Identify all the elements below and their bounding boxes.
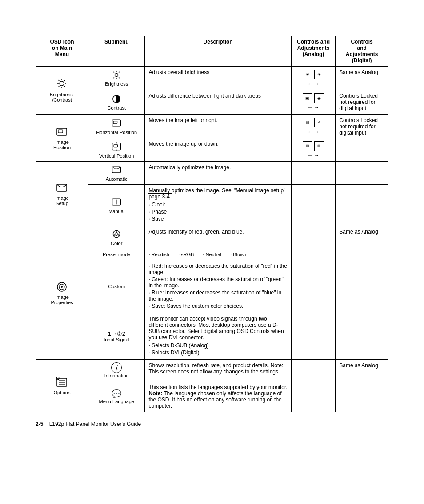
preset-analog (291, 249, 336, 260)
custom-green: Green: Increases or decreases the satura… (148, 276, 287, 289)
input-signal-icon: 1→②2 (92, 330, 141, 337)
table-row: Image Setup Automatic Automatically opti… (36, 162, 388, 185)
osd-image-position: Image Position (36, 115, 88, 162)
vertical-description: Moves the image up or down. (145, 138, 291, 162)
svg-line-15 (119, 77, 120, 78)
svg-rect-25 (112, 143, 121, 150)
main-table: OSD Icon on Main Menu Submenu Descriptio… (36, 36, 388, 412)
sub-manual: Manual (88, 185, 145, 226)
information-analog (291, 360, 336, 381)
image-position-digital: Controls Locked not required for digital… (336, 115, 388, 162)
bullet-dsub: Selects D-SUB (Analog) (148, 342, 287, 349)
sub-vertical: Vertical Position (88, 138, 145, 162)
horizontal-position-icon (111, 118, 122, 128)
ctrl-h1: ▤ (303, 118, 312, 127)
ctrl-v2: ▤ (314, 141, 324, 151)
svg-point-35 (61, 286, 63, 288)
sub-automatic: Automatic (88, 162, 145, 185)
manual-bullets: Clock Phase Save (148, 202, 287, 222)
table-row: Custom Red: Increases or decreases the s… (36, 260, 388, 313)
horizontal-label: Horizontal Position (92, 130, 141, 135)
svg-line-17 (113, 77, 114, 78)
horizontal-analog: ▤ A ← → (291, 115, 336, 138)
automatic-digital (336, 162, 388, 185)
brightness-sub-icon (112, 70, 121, 80)
information-label: Information (92, 373, 141, 378)
table-row: Image Position Horizontal Position Moves… (36, 115, 388, 138)
information-icon: 𝑖 (111, 362, 122, 373)
automatic-description: Automatically optimizes the image. (145, 162, 291, 185)
bullet-phase: Phase (148, 209, 287, 215)
osd-image-setup: Image Setup (36, 162, 88, 226)
color-icon (111, 229, 122, 239)
contrast-analog-controls: ▣ ◉ ← → (291, 90, 336, 115)
guide-title: L192p Flat Panel Monitor User's Guide (49, 421, 141, 427)
input-signal-label: Input Signal (92, 337, 141, 342)
custom-bullets: Red: Increases or decreases the saturati… (148, 263, 287, 309)
brightness-description: Adjusts overall brightness (145, 67, 291, 90)
table-header-row: OSD Icon on Main Menu Submenu Descriptio… (36, 36, 388, 67)
svg-point-40 (113, 234, 115, 236)
custom-save: Save: Saves the custom color choices. (148, 303, 287, 309)
preset-srgb: sRGB (178, 252, 194, 257)
osd-brightness-contrast: Brightness- /Contrast (36, 67, 88, 115)
vertical-analog: ▤ ▤ ← → (291, 138, 336, 162)
header-digital: Controls and Adjustments (Digital) (336, 36, 388, 67)
preset-items: Reddish sRGB Neutral Bluish (148, 252, 287, 257)
image-position-icon (56, 126, 68, 138)
svg-point-39 (118, 234, 120, 236)
image-setup-icon (56, 182, 68, 194)
color-label: Color (92, 241, 141, 246)
preset-bluish: Bluish (230, 252, 246, 257)
color-analog (291, 226, 336, 249)
menu-language-icon: 💬 (92, 389, 141, 399)
sub-brightness: Brightness (88, 67, 145, 90)
arrow-left-2: ← (308, 104, 313, 111)
arrow-right-2: → (314, 104, 319, 111)
input-signal-analog (291, 313, 336, 360)
brightness-label: Brightness (92, 81, 141, 87)
automatic-analog (291, 162, 336, 185)
svg-point-9 (115, 73, 118, 76)
contrast-description: Adjusts difference between light and dar… (145, 90, 291, 115)
header-submenu: Submenu (88, 36, 145, 67)
header-analog: Controls and Adjustments (Analog) (291, 36, 336, 67)
header-description: Description (145, 36, 291, 67)
arrow-left: ← (308, 81, 313, 87)
sub-preset: Preset mode (88, 249, 145, 260)
svg-line-5 (59, 80, 60, 81)
table-row: Brightness- /Contrast (36, 67, 388, 90)
page-container: OSD Icon on Main Menu Submenu Descriptio… (9, 9, 415, 445)
svg-point-0 (60, 81, 64, 86)
footer: 2-5 L192p Flat Panel Monitor User's Guid… (36, 421, 388, 427)
bullet-save: Save (148, 216, 287, 222)
header-osd: OSD Icon on Main Menu (36, 36, 88, 67)
information-digital: Same as Analog (336, 360, 388, 381)
svg-line-8 (59, 86, 60, 87)
osd-options: i Options (36, 360, 88, 412)
sub-horizontal: Horizontal Position (88, 115, 145, 138)
contrast-label: Contrast (92, 105, 141, 111)
sub-custom: Custom (88, 260, 145, 313)
options-icon: i (56, 376, 68, 389)
image-position-label: Image Position (40, 139, 84, 150)
ctrl-box-4: ◉ (314, 93, 324, 103)
bullet-dvi: Selects DVI (Digital) (148, 349, 287, 356)
menu-language-digital (336, 381, 388, 412)
svg-line-6 (64, 86, 65, 87)
menu-language-analog (291, 381, 336, 412)
contrast-sub-icon (112, 94, 121, 104)
color-description: Adjusts intensity of red, green, and blu… (145, 226, 291, 249)
preset-neutral: Neutral (203, 252, 221, 257)
information-description: Shows resolution, refresh rate, and prod… (145, 360, 291, 381)
custom-blue: Blue: Increases or decreases the saturat… (148, 290, 287, 302)
automatic-label: Automatic (92, 176, 141, 182)
ctrl-h2: A (314, 118, 324, 127)
preset-description: Reddish sRGB Neutral Bluish (145, 249, 291, 260)
manual-analog (291, 185, 336, 226)
vertical-position-icon (111, 141, 122, 152)
sub-contrast: Contrast (88, 90, 145, 115)
brightness-contrast-icon (56, 78, 67, 89)
automatic-icon (111, 164, 122, 175)
svg-line-7 (64, 80, 65, 81)
